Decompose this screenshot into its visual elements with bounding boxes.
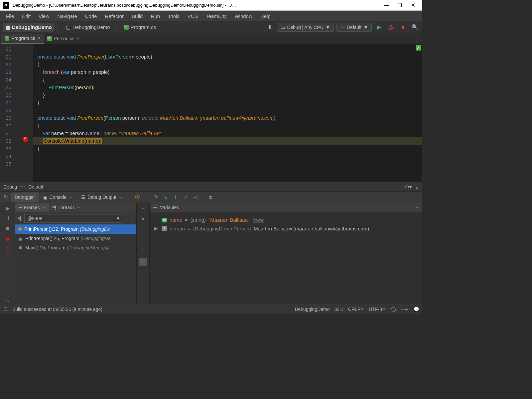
close-button[interactable]: ✕ [406,2,420,8]
tab-debugger[interactable]: Debugger [11,193,39,202]
stop-button[interactable]: ■ [6,225,9,231]
tab-program-cs[interactable]: Program.cs ✕ [1,34,44,44]
debug-title: Debug [3,184,17,190]
app-logo-icon: RD [3,2,9,9]
add-watch-button[interactable]: ＋ [141,205,146,211]
prev-frame-button[interactable]: ↑ [126,216,128,221]
menu-run[interactable]: Run [147,12,163,20]
menu-edit[interactable]: Edit [19,12,34,20]
stack-frame[interactable]: PrintPerson():32, Program (DebuggingDe [15,224,136,234]
variables-tree[interactable]: 10 name = {string} "Maarten Balliauw" Vi… [150,212,422,304]
menu-navigate[interactable]: Navigate [54,12,80,20]
menu-code[interactable]: Code [82,12,100,20]
analysis-ok-icon[interactable]: ✓ [416,45,421,51]
next-frame-button[interactable]: ↓ [131,216,133,221]
breadcrumb-root[interactable]: ▣ DebuggingDemo [3,23,55,32]
menu-vcs[interactable]: VCS [184,12,201,20]
breadcrumb: ▣ DebuggingDemo 〉 ▢ DebuggingDemo 〉 Prog… [3,23,159,32]
breadcrumb-file[interactable]: Program.cs [121,23,159,31]
menu-view[interactable]: View [35,12,53,20]
mute-breakpoints-button[interactable]: ⊘ [5,246,10,252]
git-indicator-icon[interactable]: ⊣⊢ [401,307,409,312]
caret-position[interactable]: 32:1 [334,307,343,312]
tab-label: Threads [58,205,74,210]
tab-frames[interactable]: ☰Frames→ [15,203,49,211]
run-config-dropdown[interactable]: 〰 Default ▼ [336,23,372,32]
close-tab-icon[interactable]: ✕ [37,36,41,41]
search-button[interactable]: 🔍 [410,24,420,30]
breakpoint-icon[interactable] [23,137,28,142]
tab-console[interactable]: ▣Console→ [40,193,76,202]
settings-icon[interactable]: ⚙▾ [405,184,412,190]
tab-debug-output[interactable]: ☰Debug Output→ [78,193,126,202]
dock-icon[interactable]: → [414,205,419,210]
build-button[interactable]: ⬇ [265,24,274,30]
encoding-selector[interactable]: UTF-8≑ [369,307,386,312]
stack-frame[interactable]: ▣ PrintPeople():25, Program (DebuggingDe [15,234,136,243]
step-into-button[interactable]: ↘ [161,194,170,200]
show-watches-button[interactable]: ▭ [139,258,147,266]
breadcrumb-root-label: DebuggingDemo [12,24,52,30]
tab-threads[interactable]: ⇶Threads→ [49,203,84,211]
csharp-file-icon [47,36,52,41]
variable-name: person [170,226,185,231]
variable-row[interactable]: ▶ ≡ person = {DebuggingDemo.Person} Maar… [154,224,418,233]
run-config-label: Default [347,25,361,30]
line-ending-selector[interactable]: CRLF≑ [348,307,364,312]
menu-teamcity[interactable]: TeamCity [202,12,230,20]
minimize-button[interactable]: — [380,2,393,8]
move-up-button[interactable]: ↑ [142,227,144,232]
execution-point-line: Console.WriteLine(name); [43,138,102,144]
menu-build[interactable]: Build [128,12,146,20]
view-link[interactable]: View [253,217,264,223]
close-tab-icon[interactable]: ✕ [76,36,80,41]
build-config-dropdown[interactable]: ▭ Debug | Any CPU ▼ [277,23,333,32]
step-out-button[interactable]: ↗ [181,194,190,200]
stop-button[interactable]: ■ [398,24,408,30]
show-execution-point-button[interactable]: ⦿ [133,194,142,200]
frame-icon: ▣ [18,236,23,241]
code-editor[interactable]: 20212223242526272829303132333435 ✓ priva… [0,44,422,182]
breadcrumb-project[interactable]: ▢ DebuggingDemo [63,23,113,32]
menu-tools[interactable]: Tools [165,12,183,20]
debug-left-toolbar: ▶ ⏸ ■ ◉ ⊘ » [0,202,15,304]
copy-button[interactable]: ⿻ [141,247,146,253]
marker-gutter[interactable] [13,44,33,182]
debug-session-tabs: ↻ Debugger ▣Console→ ☰Debug Output→ ⦿ ↷ … [0,191,422,202]
frames-panel: ☰Frames→ ⇶Threads→ ⇶ @9308 ▼ ↑ ↓ PrintPe… [15,202,136,304]
debug-button[interactable]: 🐞 [386,24,396,30]
pause-button[interactable]: ⏸ [5,215,10,221]
menu-file[interactable]: File [3,12,17,20]
csharp-file-icon [5,36,9,41]
evaluate-expression-button[interactable]: ± [206,194,215,200]
menu-window[interactable]: Window [231,12,255,20]
tab-label: Debugger [15,195,35,200]
menu-refactor[interactable]: Refactor [101,12,127,20]
tab-label: Console [50,195,66,200]
menu-help[interactable]: Help [257,12,274,20]
status-context[interactable]: DebuggingDemo [295,307,330,312]
status-icon[interactable]: ☐ [3,307,8,312]
variable-row[interactable]: 10 name = {string} "Maarten Balliauw" Vi… [154,216,418,224]
force-step-into-button[interactable]: ⤵ [171,194,180,200]
expand-icon[interactable]: ▶ [154,225,159,231]
frame-label: Main():15, Program [25,245,66,250]
code-area[interactable]: ✓ private static void PrintPeople(List<P… [33,44,422,182]
rerun-button[interactable]: ↻ [1,194,10,200]
remove-watch-button[interactable]: ✕ [141,216,145,222]
maximize-button[interactable]: ☐ [393,2,406,8]
thread-dropdown[interactable]: @9308 ▼ [24,214,123,223]
stack-frame[interactable]: ▣ Main():15, Program (DebuggingDemo)@ [15,243,136,252]
more-button[interactable]: » [6,298,9,304]
step-over-button[interactable]: ↷ [151,194,160,200]
variables-header: ☰ Variables → [150,202,422,212]
run-button[interactable]: ▶ [374,24,384,30]
notifications-icon[interactable]: 💬 [413,307,419,312]
move-down-button[interactable]: ↓ [142,237,144,243]
run-to-cursor-button[interactable]: →| [191,194,200,200]
minimize-panel-icon[interactable]: ⤓ [415,184,419,190]
view-breakpoints-button[interactable]: ◉ [5,235,10,242]
resume-button[interactable]: ▶ [6,205,10,211]
tab-person-cs[interactable]: Person.cs ✕ [44,34,83,43]
inspection-indicator-icon[interactable]: ◯ [391,307,396,312]
